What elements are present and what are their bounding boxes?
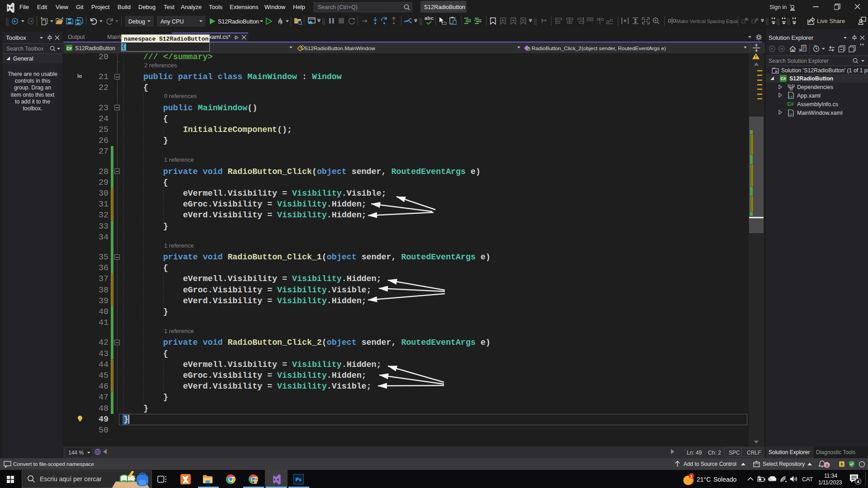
svg-text:Ps: Ps bbox=[296, 477, 302, 482]
svg-text:1: 1 bbox=[690, 474, 693, 479]
svg-text:C#: C# bbox=[780, 76, 786, 81]
svg-text:3: 3 bbox=[826, 463, 828, 468]
svg-text:4: 4 bbox=[857, 479, 859, 484]
